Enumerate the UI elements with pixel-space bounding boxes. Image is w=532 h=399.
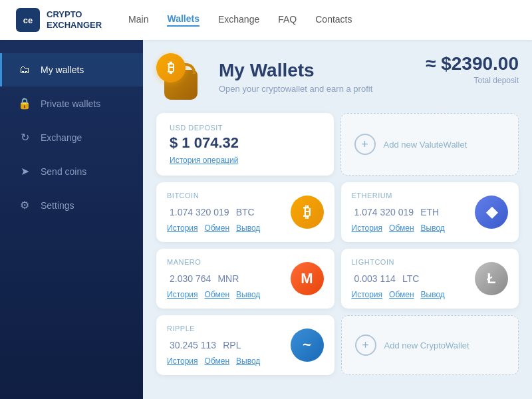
crypto-grid: Bitcoin 1.074 320 019 BTC История Обмен …: [156, 182, 519, 375]
ripple-withdraw-link[interactable]: Вывод: [236, 356, 260, 366]
bitcoin-card: Bitcoin 1.074 320 019 BTC История Обмен …: [156, 182, 334, 242]
wallet-icon: 🗂: [18, 64, 31, 76]
logo-text: CRYPTO EXCHANGER: [47, 9, 102, 30]
monero-exchange-link[interactable]: Обмен: [205, 290, 230, 299]
add-crypto-label: Add new CryptoWallet: [384, 340, 469, 350]
ethereum-history-link[interactable]: История: [352, 223, 383, 233]
header: ce CRYPTO EXCHANGER Main Wallets Exchang…: [0, 0, 532, 40]
bitcoin-withdraw-link[interactable]: Вывод: [236, 223, 260, 233]
usd-amount: $ 1 074.32: [170, 134, 321, 152]
ripple-exchange-link[interactable]: Обмен: [205, 356, 230, 366]
litecoin-coin-icon: Ł: [475, 262, 508, 295]
total-label: Total deposit: [426, 76, 519, 85]
monero-amount: 2.030 764 MNR: [167, 269, 291, 286]
monero-withdraw-link[interactable]: Вывод: [236, 290, 260, 299]
add-crypto-plus-icon: +: [355, 334, 376, 356]
bitcoin-label: Bitcoin: [167, 192, 291, 200]
litecoin-card: Lightcoin 0.003 114 LTC История Обмен Вы…: [341, 249, 519, 309]
usd-links: История операций: [170, 156, 321, 165]
add-valute-label: Add new ValuteWallet: [384, 140, 467, 150]
bitcoin-circle-icon: ₿: [156, 53, 186, 82]
add-crypto-wallet-button[interactable]: + Add new CryptoWallet: [341, 315, 519, 375]
litecoin-links: История Обмен Вывод: [352, 290, 475, 299]
ripple-label: Ripple: [167, 325, 291, 332]
main-content: ₿ My Wallets Open your cryptowallet and …: [143, 40, 532, 399]
ethereum-withdraw-link[interactable]: Вывод: [421, 223, 445, 233]
sidebar-item-send-coins[interactable]: ➤ Send coins: [0, 154, 143, 188]
usd-row: USD Deposit $ 1 074.32 История операций …: [156, 113, 519, 176]
add-valute-wallet-button[interactable]: + Add new ValuteWallet: [340, 113, 519, 176]
ripple-info: Ripple 30.245 113 RPL История Обмен Выво…: [167, 325, 291, 366]
cards-container: USD Deposit $ 1 074.32 История операций …: [156, 113, 519, 375]
usd-history-link[interactable]: История операций: [170, 156, 238, 165]
sidebar-item-my-wallets[interactable]: 🗂 My wallets: [0, 53, 143, 86]
send-icon: ➤: [18, 165, 31, 178]
sidebar-item-exchange[interactable]: ↻ Exchange: [0, 120, 143, 154]
lock-icon: 🔒: [18, 97, 31, 110]
monero-links: История Обмен Вывод: [167, 290, 291, 299]
litecoin-amount: 0.003 114 LTC: [352, 269, 475, 286]
ripple-card: Ripple 30.245 113 RPL История Обмен Выво…: [156, 315, 334, 375]
ethereum-coin-icon: ◆: [475, 196, 508, 229]
main-nav: Main Wallets Exchange FAQ Contacts: [128, 13, 352, 27]
monero-card: Manero 2.030 764 MNR История Обмен Вывод…: [156, 249, 334, 309]
sidebar-item-settings[interactable]: ⚙ Settings: [0, 188, 143, 222]
add-valute-plus-icon: +: [354, 134, 376, 155]
ripple-amount: 30.245 113 RPL: [167, 335, 291, 352]
litecoin-history-link[interactable]: История: [352, 290, 383, 299]
exchange-icon: ↻: [18, 131, 31, 144]
litecoin-info: Lightcoin 0.003 114 LTC История Обмен Вы…: [352, 258, 475, 299]
ethereum-amount: 1.074 320 019 ETH: [352, 202, 475, 219]
logo: ce CRYPTO EXCHANGER: [16, 8, 102, 32]
bitcoin-amount: 1.074 320 019 BTC: [167, 202, 291, 219]
settings-icon: ⚙: [18, 199, 31, 211]
monero-label: Manero: [167, 258, 291, 266]
monero-history-link[interactable]: История: [167, 290, 198, 299]
logo-icon: ce: [16, 8, 40, 32]
ethereum-label: Etherium: [352, 192, 475, 200]
litecoin-label: Lightcoin: [352, 258, 475, 266]
usd-label: USD Deposit: [170, 124, 321, 132]
bitcoin-exchange-link[interactable]: Обмен: [205, 223, 230, 233]
wallets-title-section: My Wallets Open your cryptowallet and ea…: [219, 60, 372, 94]
ripple-coin-icon: ~: [291, 329, 324, 362]
litecoin-exchange-link[interactable]: Обмен: [389, 290, 414, 299]
bitcoin-info: Bitcoin 1.074 320 019 BTC История Обмен …: [167, 192, 291, 233]
litecoin-withdraw-link[interactable]: Вывод: [421, 290, 445, 299]
monero-info: Manero 2.030 764 MNR История Обмен Вывод: [167, 258, 291, 299]
ethereum-card: Etherium 1.074 320 019 ETH История Обмен…: [341, 182, 519, 242]
page-subtitle: Open your cryptowallet and earn a profit: [219, 84, 372, 94]
nav-exchange[interactable]: Exchange: [218, 14, 259, 26]
bitcoin-history-link[interactable]: История: [167, 223, 198, 233]
nav-main[interactable]: Main: [128, 14, 148, 26]
usd-deposit-card: USD Deposit $ 1 074.32 История операций: [156, 113, 334, 176]
layout: 🗂 My wallets 🔒 Private wallets ↻ Exchang…: [0, 40, 532, 399]
sidebar-item-private-wallets[interactable]: 🔒 Private wallets: [0, 86, 143, 120]
sidebar: 🗂 My wallets 🔒 Private wallets ↻ Exchang…: [0, 40, 143, 399]
ethereum-exchange-link[interactable]: Обмен: [389, 223, 414, 233]
bitcoin-coin-icon: ₿: [291, 196, 324, 229]
wallet-hero-icon: ₿: [156, 53, 203, 100]
bitcoin-links: История Обмен Вывод: [167, 223, 291, 233]
total-deposit-section: ≈ $2390.00 Total deposit: [426, 53, 519, 85]
ripple-links: История Обмен Вывод: [167, 356, 291, 366]
nav-contacts[interactable]: Contacts: [315, 14, 352, 26]
wallets-header: ₿ My Wallets Open your cryptowallet and …: [156, 53, 519, 100]
ethereum-info: Etherium 1.074 320 019 ETH История Обмен…: [352, 192, 475, 233]
total-amount: ≈ $2390.00: [426, 53, 519, 74]
ripple-history-link[interactable]: История: [167, 356, 198, 366]
nav-faq[interactable]: FAQ: [278, 14, 297, 26]
page-title: My Wallets: [219, 60, 372, 81]
nav-wallets[interactable]: Wallets: [167, 13, 200, 27]
monero-coin-icon: M: [291, 262, 324, 295]
ethereum-links: История Обмен Вывод: [352, 223, 475, 233]
